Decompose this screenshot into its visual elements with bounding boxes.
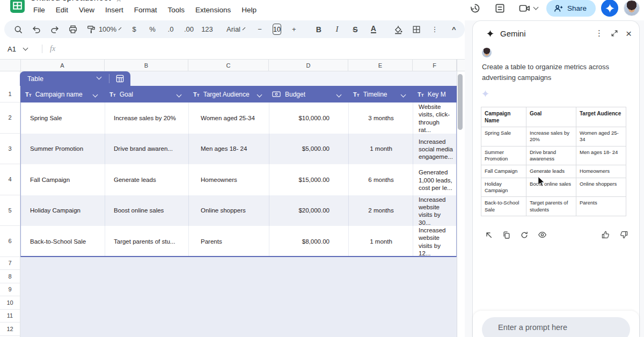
row-header-10[interactable]: 10 [0,296,20,310]
menu-format[interactable]: Format [129,4,163,17]
cell[interactable]: Fall Campaign [21,164,105,195]
menu-tools[interactable]: Tools [163,4,191,17]
cell[interactable]: Generated 1,000 leads, cost per le... [413,164,457,195]
decrease-font-size-button[interactable]: − [251,23,268,36]
format-percent-button[interactable]: % [144,23,161,36]
search-menus-icon[interactable] [10,23,27,36]
share-button[interactable]: Share [546,0,596,17]
cell[interactable]: $8,000.00 [269,226,349,257]
cell[interactable]: 1 month [348,226,413,257]
menu-view[interactable]: View [74,4,100,17]
expand-icon[interactable] [611,30,618,37]
thumbs-up-icon[interactable] [601,230,610,239]
cell[interactable]: Increased website visits by 30... [413,195,457,226]
chevron-down-icon[interactable] [177,92,182,98]
cell[interactable]: Increase sales by 20% [105,102,189,134]
fill-color-icon[interactable] [390,23,407,36]
document-title[interactable]: Untitled spreadsheet [30,0,111,3]
table-header-budget[interactable]: Budget [269,86,348,102]
cell[interactable]: Increased website visits by 12... [413,226,457,257]
cell[interactable]: Increased social media engageme... [413,134,457,165]
cell[interactable]: Target parents of stu... [105,226,189,257]
cell[interactable]: Parents [188,226,269,257]
font-size-input[interactable]: 10 [273,24,281,35]
menu-file[interactable]: File [28,4,50,17]
menu-edit[interactable]: Edit [50,4,74,17]
paint-format-icon[interactable] [83,23,100,36]
row-header-7[interactable]: 7 [0,257,20,270]
font-family-select[interactable]: Arial [223,23,244,36]
cell[interactable]: Spring Sale [21,102,105,134]
row-header-9[interactable]: 9 [0,283,20,297]
cell[interactable]: $10,000.00 [269,102,349,134]
row-header-4[interactable]: 4 [0,164,20,195]
format-currency-button[interactable]: $ [126,23,143,36]
column-header-C[interactable]: C [188,60,269,71]
chevron-down-icon[interactable] [401,92,406,98]
cell[interactable]: Boost online sales [105,195,189,226]
menu-help[interactable]: Help [236,4,262,17]
column-header-E[interactable]: E [348,60,413,71]
undo-icon[interactable] [28,23,45,36]
cell[interactable]: Homeowners [188,164,269,195]
document-title-clipped[interactable]: Untitled spreadsheet ☆ [28,0,243,4]
table-header-timeline[interactable]: TTTimeline [348,86,413,102]
table-pill[interactable]: Table [20,71,130,86]
gemini-spark-button[interactable] [601,0,618,17]
row-header-2[interactable]: 2 [0,102,20,134]
cell[interactable]: $5,000.00 [269,134,349,165]
close-icon[interactable]: × [626,28,632,39]
cell[interactable]: 2 months [348,195,413,226]
version-history-icon[interactable] [466,0,485,16]
vertical-scrollbar[interactable] [458,74,463,130]
row-header-3[interactable]: 3 [0,134,20,165]
cell[interactable]: Holiday Campaign [21,195,105,226]
row-header-12[interactable]: 12 [0,323,20,336]
cell[interactable]: 6 months [348,164,413,195]
more-toolbar-button[interactable]: ⋮ [426,23,443,36]
cell[interactable]: Website visits, click-through rat... [413,102,457,134]
row-header-8[interactable]: 8 [0,270,20,283]
cell[interactable]: Online shoppers [188,195,269,226]
thumbs-down-icon[interactable] [619,230,628,239]
column-header-F[interactable]: F [413,60,457,71]
redo-icon[interactable] [46,23,63,36]
cell[interactable]: Drive brand awaren... [105,134,189,165]
collapse-toolbar-button[interactable]: ^ [445,23,463,36]
chevron-down-icon[interactable] [336,92,342,98]
highlighted-range[interactable] [20,257,457,337]
cell[interactable]: Men ages 18- 24 [188,134,269,165]
chevron-down-icon[interactable] [257,92,262,98]
table-header-campaign-name[interactable]: TTCampaign name [20,86,105,102]
print-icon[interactable] [64,23,82,36]
meet-video-call-button[interactable] [515,0,541,16]
row-header-6[interactable]: 6 [0,226,20,257]
select-all-corner[interactable] [0,60,21,71]
table-grid-icon[interactable] [115,74,125,83]
menu-extensions[interactable]: Extensions [190,4,236,17]
zoom-control[interactable]: 100% [101,23,118,36]
insert-arrow-icon[interactable] [485,231,493,239]
account-avatar[interactable] [624,0,640,16]
increase-decimal-button[interactable]: .00 [180,23,197,36]
prompt-input[interactable] [482,317,630,337]
cell[interactable]: $20,000.00 [269,195,349,226]
row-header-11[interactable]: 11 [0,310,20,323]
chevron-down-icon[interactable] [97,75,102,80]
copy-icon[interactable] [502,231,511,239]
cell[interactable]: 3 months [348,102,413,134]
column-header-B[interactable]: B [105,60,188,71]
row-header-5[interactable]: 5 [0,195,20,226]
more-options-icon[interactable]: ⋮ [595,28,603,38]
strikethrough-button[interactable]: S [347,23,364,36]
cell[interactable]: Summer Promotion [21,134,105,165]
cell[interactable]: Generate leads [105,164,189,195]
sheets-logo-icon[interactable] [10,0,25,13]
table-header-key-m[interactable]: TTKey M [413,86,457,102]
regenerate-icon[interactable] [520,231,529,239]
comments-icon[interactable] [491,0,510,16]
table-header-goal[interactable]: TTGoal [105,86,188,102]
star-icon[interactable]: ☆ [115,0,122,3]
increase-font-size-button[interactable]: + [286,23,303,36]
chevron-down-icon[interactable] [93,92,98,98]
